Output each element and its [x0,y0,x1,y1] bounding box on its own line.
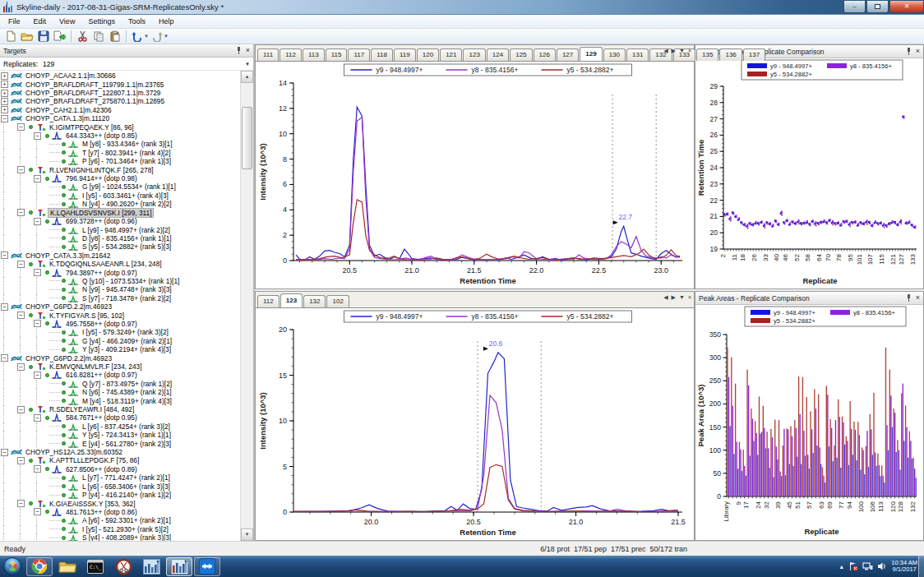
close-panel-icon[interactable]: × [916,48,920,55]
scrollbar-thumb[interactable] [242,107,252,169]
menu-edit[interactable]: Edit [27,16,53,27]
chromatogram-bottom-chart[interactable]: 20.020.521.021.505101520Retention TimeIn… [256,308,692,540]
tab-menu-icon[interactable]: ▼ [679,48,685,54]
collapse-icon[interactable]: − [17,363,25,371]
replicate-tab-111[interactable]: 111 [257,48,279,61]
tree-item-protein[interactable]: −CHOYP_G6PD.2.2|m.46923 [0,353,240,362]
collapse-icon[interactable]: − [17,406,25,413]
undo-button[interactable] [129,30,146,44]
replicate-tab-135[interactable]: 135 [696,48,718,61]
collapse-icon[interactable]: − [34,218,41,225]
tree-item-precursor[interactable]: −627.8506++ (dotp 0.89) [0,465,240,473]
taskbar-snipping-tool[interactable] [110,557,136,576]
menu-settings[interactable]: Settings [81,16,122,27]
scroll-down-icon[interactable]: ▼ [241,529,253,541]
tree-item-protein[interactable]: +CHOYP_CAH2.1.1|m.42306 [0,106,240,114]
collapse-icon[interactable]: − [1,115,8,122]
replicate-tab-120[interactable]: 120 [417,48,439,61]
prev-tab-icon[interactable]: ◀ [663,294,668,301]
tree-item-transition[interactable]: L [y6] - 837.4254+ (rank 3)[2] [0,422,240,431]
copy-button[interactable] [90,30,107,44]
tree-item-transition[interactable]: T [y7] - 802.3941+ (rank 4)[2] [0,149,240,157]
tree-item-peptide[interactable]: −K.TDQGIQNLSAAEANR.L [234, 248] [0,260,240,268]
tree-item-transition[interactable]: P [y6] - 701.3464+ (rank 1)[3] [0,157,240,165]
action-center-flag-icon[interactable] [848,561,858,571]
tree-item-protein[interactable]: +CHOYP_BRAFLDRAFT_119799.1.1|m.23765 [0,80,240,88]
expand-icon[interactable]: + [1,81,8,88]
collapse-icon[interactable]: − [34,132,41,140]
replicate-tab-130[interactable]: 130 [603,48,626,61]
scroll-up-icon[interactable]: ▲ [241,71,253,83]
tree-item-transition[interactable]: E [y4] - 561.2780+ (rank 2)[3] [0,439,240,447]
taskbar-skyline-daily[interactable] [166,557,192,576]
next-tab-icon[interactable]: ▶ [672,48,676,54]
tree-item-transition[interactable]: G [y9] - 1024.5534+ (rank 1)[1] [0,182,240,191]
tree-item-protein[interactable]: −CHOYP_G6PD.2.2|m.46923 [0,302,240,311]
retention-times-chart[interactable]: 1920212223242526272829211182633404652586… [695,58,923,288]
new-document-button[interactable] [2,30,19,44]
collapse-icon[interactable]: − [34,320,41,327]
tree-item-protein[interactable]: −CHOYP_CATA.1.3|m.11120 [0,114,240,122]
tree-item-transition[interactable]: Y [y3] - 409.2194+ (rank 4)[3] [0,345,240,353]
targets-scrollbar[interactable]: ▲ ▼ [240,71,253,541]
replicate-tab-129[interactable]: 129 [580,47,602,61]
collapse-icon[interactable]: − [34,175,41,182]
tree-item-peptide[interactable]: −K.TYFIGYAR.S [95, 102] [0,311,240,319]
tree-item-transition[interactable]: L [y7] - 771.4247+ (rank 2)[1] [0,473,240,482]
volume-icon[interactable] [877,561,887,571]
tree-item-transition[interactable]: M [y4] - 518.3119+ (rank 4)[3] [0,396,240,404]
menu-help[interactable]: Help [152,16,181,27]
collapse-icon[interactable]: − [1,303,8,311]
collapse-icon[interactable]: − [17,312,25,319]
tree-item-precursor[interactable]: −481.7613++ (dotp 0.86) [0,508,240,516]
tree-item-peptide[interactable]: −K.GIAEAISSSK.Y [353, 362] [0,499,240,507]
tree-item-transition[interactable]: D [y8] - 835.4156+ (rank 1)[1] [0,234,240,242]
tree-item-transition[interactable]: I [y5] - 521.2930+ (rank 5)[2] [0,525,240,533]
tree-item-peptide[interactable]: −R.LVENIGNHLINTQK.F [265, 278] [0,165,240,173]
redo-dropdown-icon[interactable]: ▼ [164,34,169,39]
tree-item-precursor[interactable]: −796.9414++ (dotp 0.98) [0,174,240,182]
replicate-tab-115[interactable]: 115 [326,48,348,61]
prev-tab-icon[interactable]: ◀ [663,48,668,54]
pin-icon[interactable] [236,47,242,54]
cut-button[interactable] [74,30,90,44]
collapse-icon[interactable]: − [17,261,25,268]
tree-item-transition[interactable]: I [y5] - 603.3461+ (rank 4)[3] [0,192,240,200]
tree-item-transition[interactable]: I [y5] - 579.3249+ (rank 3)[2] [0,328,240,336]
tree-item-transition[interactable]: S [y7] - 718.3478+ (rank 2)[2] [0,294,240,302]
tree-item-transition[interactable]: A [y6] - 592.3301+ (rank 2)[1] [0,516,240,524]
tree-item-protein[interactable]: +CHOYP_BRAFLDRAFT_275870.1.1|m.12895 [0,97,240,105]
network-icon[interactable] [862,561,873,571]
collapse-icon[interactable]: − [34,372,41,379]
tab-menu-icon[interactable]: ▼ [679,294,685,301]
collapse-icon[interactable]: − [1,252,8,259]
paste-button[interactable] [107,30,123,44]
tree-item-protein[interactable]: −CHOYP_CATA.3.3|m.21642 [0,252,240,260]
replicate-tab-102[interactable]: 102 [326,295,349,307]
tree-item-precursor[interactable]: −794.3897++ (dotp 0.97) [0,268,240,276]
close-panel-icon[interactable]: × [246,47,250,54]
close-panel-icon[interactable]: × [916,294,920,302]
open-folder-button[interactable] [19,30,35,44]
replicate-tab-117[interactable]: 117 [348,48,370,61]
tree-item-transition[interactable]: P [y4] - 416.2140+ (rank 1)[2] [0,491,240,499]
replicate-tab-118[interactable]: 118 [371,48,393,61]
tree-item-transition[interactable]: Q [y10] - 1073.5334+ (rank 1)[1] [0,277,240,285]
tree-item-peptide[interactable]: −R.SDELYEAWR.I [484, 492] [0,405,240,413]
tree-item-protein[interactable]: −CHOYP_HS12A.25.33|m.60352 [0,448,240,456]
close-tab-icon[interactable]: × [688,48,691,54]
taskbar-clock[interactable]: 10:34 AM 9/1/2017 [891,560,917,574]
redo-button[interactable] [149,30,165,44]
tree-item-precursor[interactable]: −699.3728++ (dotp 0.96) [0,217,240,225]
taskbar-skyline[interactable] [138,557,164,576]
share-document-button[interactable] [52,30,68,44]
minimize-button[interactable]: – [843,1,866,13]
tree-item-transition[interactable]: Q [y7] - 873.4975+ (rank 1)[2] [0,380,240,388]
tree-item-transition[interactable]: M [y8] - 933.4346+ (rank 3)[1] [0,140,240,148]
tree-item-transition[interactable]: L [y9] - 948.4997+ (rank 2)[2] [0,225,240,233]
menu-view[interactable]: View [53,16,81,27]
replicate-tab-124[interactable]: 124 [487,48,509,61]
expand-icon[interactable]: + [1,106,8,113]
replicate-tab-119[interactable]: 119 [394,48,416,61]
chromatogram-top-chart[interactable]: 20.521.021.522.022.523.002468101214Reten… [256,62,692,288]
